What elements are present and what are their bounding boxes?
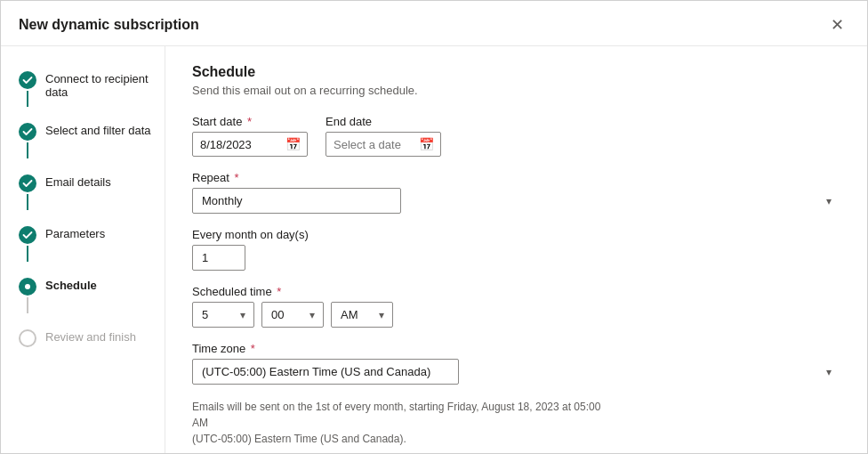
- sidebar-item-schedule[interactable]: Schedule: [19, 271, 165, 322]
- sidebar-item-select[interactable]: Select and filter data: [19, 116, 165, 167]
- repeat-group: Repeat * Monthly Daily Weekly Hourly ▾: [192, 171, 840, 214]
- step-circle-schedule: [19, 278, 36, 296]
- hour-select[interactable]: 5 1234 6789 101112: [192, 302, 254, 328]
- time-row: 5 1234 6789 101112 ▾ 00 153045 ▾: [192, 302, 840, 328]
- timezone-select[interactable]: (UTC-05:00) Eastern Time (US and Canada)…: [192, 359, 459, 385]
- step-label-parameters: Parameters: [45, 226, 105, 240]
- step-circle-parameters: [19, 226, 36, 244]
- hour-select-wrap: 5 1234 6789 101112 ▾: [192, 302, 254, 328]
- svg-point-0: [25, 284, 30, 289]
- end-date-input-wrap[interactable]: 📅: [326, 132, 441, 157]
- repeat-select[interactable]: Monthly Daily Weekly Hourly: [192, 188, 401, 214]
- close-button[interactable]: ✕: [825, 15, 849, 35]
- step-label-connect: Connect to recipient data: [45, 71, 165, 99]
- step-label-review: Review and finish: [45, 329, 136, 344]
- timezone-select-wrap: (UTC-05:00) Eastern Time (US and Canada)…: [192, 359, 840, 385]
- repeat-select-wrap: Monthly Daily Weekly Hourly ▾: [192, 188, 840, 214]
- end-date-group: End date 📅: [326, 115, 441, 157]
- dialog-body: Connect to recipient data Select and fil…: [1, 46, 867, 453]
- sidebar-item-email[interactable]: Email details: [19, 167, 165, 219]
- sidebar-item-connect[interactable]: Connect to recipient data: [19, 64, 165, 116]
- step-line-3: [27, 194, 28, 210]
- step-label-select: Select and filter data: [45, 123, 151, 137]
- timezone-select-arrow-icon: ▾: [826, 366, 832, 378]
- step-line-2: [27, 142, 28, 158]
- every-month-input[interactable]: [192, 245, 245, 271]
- step-line-5: [27, 297, 28, 313]
- main-content: Schedule Send this email out on a recurr…: [165, 46, 867, 453]
- ampm-select-wrap: AM PM ▾: [331, 302, 393, 328]
- required-marker: *: [244, 115, 252, 128]
- info-text: Emails will be sent on the 1st of every …: [192, 399, 619, 447]
- calendar-icon-start[interactable]: 📅: [285, 137, 301, 151]
- minute-select-wrap: 00 153045 ▾: [261, 302, 324, 328]
- repeat-label: Repeat *: [192, 171, 840, 184]
- step-line-4: [27, 246, 28, 262]
- start-date-input[interactable]: [200, 138, 280, 151]
- timezone-group: Time zone * (UTC-05:00) Eastern Time (US…: [192, 342, 840, 385]
- section-title: Schedule: [192, 64, 840, 80]
- calendar-icon-end[interactable]: 📅: [419, 137, 434, 151]
- end-date-label: End date: [326, 115, 441, 128]
- minute-select[interactable]: 00 153045: [261, 302, 324, 328]
- section-desc: Send this email out on a recurring sched…: [192, 84, 840, 97]
- step-circle-review: [19, 329, 36, 347]
- ampm-select[interactable]: AM PM: [331, 302, 393, 328]
- every-month-label: Every month on day(s): [192, 228, 840, 241]
- step-circle-connect: [19, 71, 36, 89]
- dialog-header: New dynamic subscription ✕: [1, 1, 867, 46]
- scheduled-time-label: Scheduled time *: [192, 285, 840, 298]
- step-line-1: [27, 91, 28, 107]
- date-row: Start date * 📅 End date 📅: [192, 115, 840, 157]
- timezone-label: Time zone *: [192, 342, 840, 355]
- start-date-input-wrap[interactable]: 📅: [192, 132, 308, 157]
- sidebar-item-parameters[interactable]: Parameters: [19, 219, 165, 271]
- step-circle-select: [19, 123, 36, 141]
- dialog-title: New dynamic subscription: [19, 17, 199, 33]
- sidebar-item-review[interactable]: Review and finish: [19, 322, 165, 354]
- scheduled-time-group: Scheduled time * 5 1234 6789 101112 ▾: [192, 285, 840, 328]
- start-date-group: Start date * 📅: [192, 115, 308, 157]
- dialog: New dynamic subscription ✕ Connect to re…: [0, 0, 868, 454]
- every-month-group: Every month on day(s): [192, 228, 840, 271]
- sidebar: Connect to recipient data Select and fil…: [1, 46, 165, 453]
- step-label-schedule: Schedule: [45, 278, 97, 292]
- step-circle-email: [19, 174, 36, 192]
- repeat-select-arrow-icon: ▾: [826, 195, 832, 207]
- start-date-label: Start date *: [192, 115, 308, 128]
- end-date-input[interactable]: [334, 138, 414, 151]
- step-label-email: Email details: [45, 174, 111, 189]
